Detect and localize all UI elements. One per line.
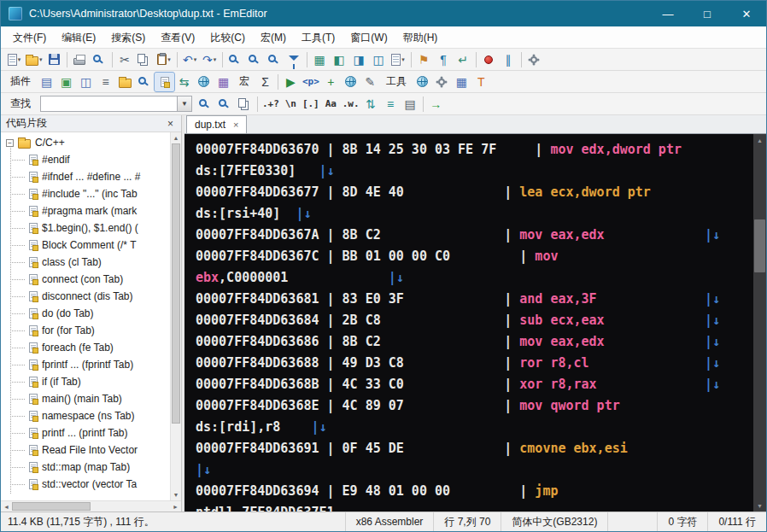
- editor-row[interactable]: ds:[rsi+40] |↓: [196, 203, 753, 225]
- play-macro-button[interactable]: ▶: [281, 73, 301, 91]
- print-preview-button[interactable]: [90, 50, 109, 69]
- editor-row[interactable]: ds:[7FFE0330] |↓: [196, 161, 753, 182]
- menu-s[interactable]: 搜索(S): [103, 26, 153, 49]
- image-preview-plugin-button[interactable]: ▣: [56, 73, 76, 91]
- find-in-files-button[interactable]: [265, 50, 284, 69]
- explorer-plugin-button[interactable]: ▤: [37, 73, 56, 91]
- snippet-item[interactable]: std::vector (vector Ta: [1, 476, 170, 493]
- find-prev-button[interactable]: [196, 95, 215, 114]
- snippet-item[interactable]: std::map (map Tab): [1, 459, 170, 476]
- snippet-item[interactable]: do (do Tab): [1, 305, 170, 322]
- window-tool-button[interactable]: ▦: [452, 73, 471, 91]
- cut-button[interactable]: ✂: [115, 50, 135, 69]
- menu-w[interactable]: 窗口(W): [343, 26, 395, 49]
- encoding-dropdown-icon[interactable]: ▾: [401, 56, 405, 63]
- editor-row[interactable]: 00007FF84DD6368B | 4C 33 C0 | xor r8,rax…: [196, 374, 753, 395]
- customize-button[interactable]: [524, 50, 544, 69]
- snippet-item[interactable]: Block Comment (/* T: [1, 237, 170, 254]
- scroll-left-icon[interactable]: ◄: [1, 504, 12, 510]
- search-up-down-toggle[interactable]: ⇅: [361, 95, 381, 114]
- status-cell[interactable]: 简体中文(GB2312): [501, 512, 607, 531]
- tree-hscroll-thumb[interactable]: [12, 502, 91, 511]
- editor-row[interactable]: 00007FF84DD6367A | 8B C2 | mov eax,edx |…: [196, 225, 753, 246]
- status-cell[interactable]: 行 7,列 70: [433, 512, 501, 531]
- snippet-item[interactable]: Read File Into Vector: [1, 441, 170, 459]
- macro-add-button[interactable]: +: [321, 73, 341, 91]
- record-macro-button[interactable]: [479, 50, 499, 69]
- open-dropdown-icon[interactable]: ▾: [39, 56, 43, 63]
- tree-vscroll-thumb[interactable]: [172, 143, 180, 424]
- editor-row[interactable]: 00007FF84DD63686 | 8B C2 | mov eax,edx |…: [196, 331, 753, 353]
- number-range-toggle[interactable]: [.]: [301, 95, 321, 114]
- menu-h[interactable]: 帮助(H): [395, 26, 446, 49]
- snippet-item[interactable]: #include "..." (inc Tab: [1, 185, 170, 202]
- undo-button[interactable]: ↶▾: [180, 50, 200, 69]
- paste-dropdown-icon[interactable]: ▾: [167, 56, 171, 63]
- match-case-toggle[interactable]: Aa: [321, 95, 341, 114]
- snippet-item[interactable]: namespace (ns Tab): [1, 407, 170, 424]
- external-tool-button[interactable]: [432, 73, 452, 91]
- copy-button[interactable]: [135, 50, 155, 69]
- new-file-dropdown-icon[interactable]: ▾: [18, 56, 21, 63]
- replace-button[interactable]: [245, 50, 265, 69]
- show-marks-button[interactable]: ¶: [434, 50, 454, 69]
- snippet-item[interactable]: for (for Tab): [1, 322, 170, 339]
- undo-dropdown-icon[interactable]: ▾: [194, 56, 197, 63]
- editor-row[interactable]: 00007FF84DD63691 | 0F 45 DE | cmovne ebx…: [196, 438, 753, 459]
- snippet-item[interactable]: fprintf ... (fprintf Tab): [1, 356, 170, 373]
- open-button[interactable]: ▾: [24, 50, 44, 69]
- snippet-item[interactable]: connect (con Tab): [1, 271, 170, 288]
- minimize-button[interactable]: —: [648, 1, 688, 26]
- text-tool-button[interactable]: T: [471, 73, 491, 91]
- editor-row[interactable]: ds:[rdi],r8 |↓: [196, 417, 753, 438]
- wrap-mode-button[interactable]: ↵: [454, 50, 473, 69]
- redo-button[interactable]: ↷▾: [200, 50, 220, 69]
- scroll-down-icon[interactable]: ▼: [171, 489, 181, 500]
- editor-row[interactable]: 00007FF84DD63688 | 49 D3 C8 | ror r8,cl …: [196, 353, 753, 374]
- jump-button[interactable]: →: [426, 95, 446, 114]
- encoding-button[interactable]: ▾: [389, 50, 408, 69]
- snippet-item[interactable]: foreach (fe Tab): [1, 339, 170, 356]
- web-preview-plugin-button[interactable]: [194, 73, 214, 91]
- sync-scroll-plugin-button[interactable]: ⇆: [174, 73, 194, 91]
- escape-seq-toggle[interactable]: \n: [281, 95, 301, 114]
- split-window-button[interactable]: ◫: [369, 50, 389, 69]
- tab-close-icon[interactable]: ×: [233, 120, 238, 130]
- projects-plugin-button[interactable]: [115, 73, 135, 91]
- copy-results-button[interactable]: [235, 95, 255, 114]
- snippet-item[interactable]: class (cl Tab): [1, 254, 170, 271]
- snippet-item[interactable]: printf ... (printf Tab): [1, 424, 170, 441]
- snippet-item[interactable]: #ifndef ... #define ... #: [1, 168, 170, 185]
- editor-scroll-down-icon[interactable]: ▼: [753, 500, 766, 512]
- menu-c[interactable]: 比较(C): [202, 26, 253, 49]
- menu-f[interactable]: 文件(F): [5, 26, 54, 49]
- snippets-folder-row[interactable]: − C/C++: [1, 134, 170, 151]
- snippets-plugin-button[interactable]: [155, 73, 174, 91]
- tab-dup-txt[interactable]: dup.txt ×: [186, 115, 247, 133]
- editor-row[interactable]: 00007FF84DD6368E | 4C 89 07 | mov qword …: [196, 395, 753, 417]
- snippets-panel-close-icon[interactable]: ×: [165, 118, 176, 130]
- whole-word-toggle[interactable]: .w.: [341, 95, 361, 114]
- status-cell[interactable]: 0/111 行: [707, 512, 766, 531]
- macro-edit-button[interactable]: ✎: [360, 73, 380, 91]
- status-cell[interactable]: 0 字符: [657, 512, 707, 531]
- browser-view-button[interactable]: ◨: [349, 50, 369, 69]
- outline-plugin-button[interactable]: ≡: [96, 73, 115, 91]
- editor-content[interactable]: 00007FF84DD63670 | 8B 14 25 30 03 FE 7F …: [184, 134, 753, 512]
- status-cell[interactable]: x86 Assembler: [345, 512, 434, 531]
- macro-globe-button[interactable]: [341, 73, 360, 91]
- find-input[interactable]: [41, 96, 177, 111]
- editor-vertical-scrollbar[interactable]: ▲ ▼: [753, 134, 766, 512]
- snippets-tree[interactable]: − C/C++ #endif#ifndef ... #define ... ##…: [1, 132, 170, 500]
- editor-scroll-up-icon[interactable]: ▲: [753, 134, 766, 146]
- html-bar-button[interactable]: ▦: [310, 50, 330, 69]
- snippet-item[interactable]: #endif: [1, 151, 170, 168]
- editor-row[interactable]: |↓: [196, 459, 753, 481]
- editor-row[interactable]: 00007FF84DD63684 | 2B C8 | sub ecx,eax |…: [196, 310, 753, 331]
- editor-vscroll-thumb[interactable]: [754, 219, 765, 272]
- editor-row[interactable]: 00007FF84DD6367C | BB 01 00 00 C0 | mov: [196, 246, 753, 267]
- extract-lines-button[interactable]: ▤: [401, 95, 420, 114]
- open-documents-plugin-button[interactable]: ◫: [76, 73, 96, 91]
- paste-button[interactable]: ▾: [155, 50, 174, 69]
- editor-row[interactable]: 00007FF84DD63681 | 83 E0 3F | and eax,3F…: [196, 289, 753, 310]
